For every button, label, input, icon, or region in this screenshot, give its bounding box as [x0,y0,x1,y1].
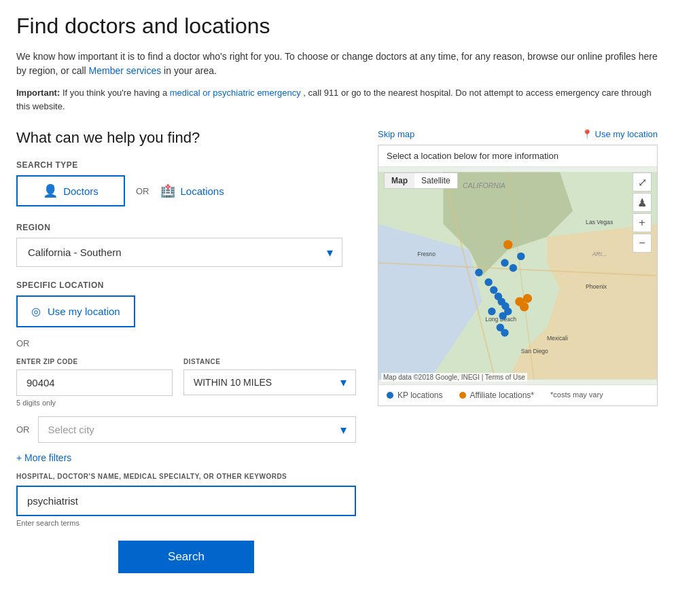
map-svg: Fresno Las Vegas Mexicali Long Beach San… [378,167,657,384]
map-attribution: Map data ©2018 Google, INEGI | Terms of … [381,373,527,382]
zip-section: ENTER ZIP CODE 5 digits only [16,358,173,407]
svg-point-28 [475,269,482,276]
map-controls: ⤢ ♟ + − [633,173,652,253]
svg-point-32 [520,302,529,311]
intro-end-text: in your area. [164,65,217,76]
fullscreen-button[interactable]: ⤢ [633,173,652,192]
locations-button[interactable]: 🏥 Locations [160,183,224,198]
emergency-link[interactable]: medical or psychiatric emergency [170,88,301,98]
left-panel: What can we help you find? Search type 👤… [16,129,356,573]
use-my-location-button[interactable]: ◎ Use my location [16,295,135,327]
city-select[interactable]: Select city [38,416,357,443]
map-footer: KP locations Affiliate locations* *costs… [378,384,657,405]
svg-point-19 [490,286,497,293]
map-type-controls: Map Satellite [384,173,458,189]
kp-legend-item: KP locations [387,391,443,400]
keywords-section: HOSPITAL, DOCTOR'S NAME, MEDICAL SPECIAL… [16,473,356,527]
svg-text:Fresno: Fresno [417,251,436,257]
kp-legend-label: KP locations [397,391,443,400]
zip-distance-row: ENTER ZIP CODE 5 digits only DISTANCE WI… [16,358,356,407]
gps-icon: ◎ [31,305,41,318]
search-button[interactable]: Search [118,541,254,573]
svg-point-25 [488,308,495,315]
section-title: What can we help you find? [16,129,356,147]
city-or-row: OR Select city ▾ [16,416,356,443]
right-panel: Skip map 📍 Use my location Select a loca… [378,129,658,573]
svg-point-18 [484,278,492,286]
map-header: Skip map 📍 Use my location [378,129,658,139]
important-text: If you think you're having a [63,88,167,98]
map-tab[interactable]: Map [385,173,414,188]
specific-location-section: Specific location ◎ Use my location [16,280,356,327]
zip-input[interactable] [16,369,173,396]
svg-text:Las Vegas: Las Vegas [586,219,613,225]
distance-select-wrapper: WITHIN 5 MILES WITHIN 10 MILES WITHIN 20… [183,369,356,395]
search-type-or: OR [136,186,149,196]
legend-note: *costs may vary [550,391,603,399]
distance-select[interactable]: WITHIN 5 MILES WITHIN 10 MILES WITHIN 20… [183,369,356,395]
specific-location-label: Specific location [16,280,356,290]
more-filters-link[interactable]: + More filters [16,452,356,463]
search-type-row: 👤 Doctors OR 🏥 Locations [16,175,356,206]
zip-label: ENTER ZIP CODE [16,358,173,365]
search-type-label: Search type [16,160,356,170]
svg-point-33 [523,294,532,303]
member-services-link[interactable]: Member services [89,65,162,76]
map-label-bar: Select a location below for more informa… [378,145,657,167]
keywords-input[interactable] [16,486,356,516]
map-use-location-link[interactable]: 📍 Use my location [582,129,658,139]
affiliate-legend-item: Affiliate locations* [459,391,535,400]
use-location-label: Use my location [48,306,120,317]
distance-label: DISTANCE [183,358,356,365]
or-divider: OR [16,338,356,348]
zoom-in-button[interactable]: + [633,213,652,232]
region-section: Region California - Southern California … [16,223,356,267]
svg-text:San Diego: San Diego [521,348,548,355]
affiliate-legend-label: Affiliate locations* [470,391,535,400]
svg-point-30 [503,240,512,249]
svg-text:Phoenix: Phoenix [586,283,607,290]
svg-text:CALIFORNIA: CALIFORNIA [463,182,506,189]
zip-hint: 5 digits only [16,399,173,407]
doctors-button[interactable]: 👤 Doctors [16,175,125,206]
important-paragraph: Important: If you think you're having a … [16,86,658,113]
map-pin-icon: 📍 [582,129,592,139]
skip-map-link[interactable]: Skip map [378,129,414,139]
svg-point-17 [510,264,517,272]
svg-point-16 [501,259,508,266]
map-use-location-label: Use my location [595,129,658,139]
keywords-hint: Enter search terms [16,519,356,527]
region-select-wrapper: California - Southern California - North… [16,238,342,267]
city-or-label: OR [16,424,30,435]
kp-legend-dot [387,392,393,399]
svg-text:Mexicali: Mexicali [547,335,568,342]
region-select[interactable]: California - Southern California - North… [16,238,342,267]
city-select-wrapper: Select city ▾ [38,416,357,443]
map-view[interactable]: Fresno Las Vegas Mexicali Long Beach San… [378,167,657,384]
doctors-label: Doctors [63,185,99,197]
distance-section: DISTANCE WITHIN 5 MILES WITHIN 10 MILES … [183,358,356,407]
person-pin-button[interactable]: ♟ [633,193,652,212]
doctor-icon: 👤 [43,183,58,198]
map-container: Select a location below for more informa… [378,145,658,406]
satellite-tab[interactable]: Satellite [414,173,457,188]
page-title: Find doctors and locations [16,14,658,39]
svg-point-24 [499,312,506,319]
region-label: Region [16,223,356,232]
svg-text:ARI...: ARI... [592,251,607,257]
intro-paragraph: We know how important it is to find a do… [16,50,658,78]
locations-label: Locations [181,185,224,197]
important-label: Important: [16,88,60,98]
svg-point-27 [501,329,508,336]
zoom-out-button[interactable]: − [633,234,652,253]
locations-icon: 🏥 [160,183,175,198]
svg-point-29 [517,253,525,260]
keywords-label: HOSPITAL, DOCTOR'S NAME, MEDICAL SPECIAL… [16,473,356,480]
affiliate-legend-dot [459,392,466,399]
main-content: What can we help you find? Search type 👤… [16,129,658,573]
